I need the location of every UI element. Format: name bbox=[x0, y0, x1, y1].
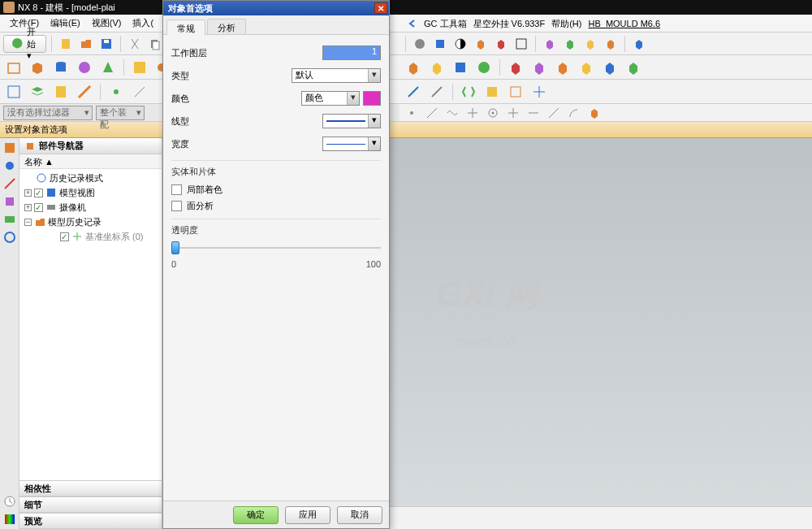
tree-history-mode[interactable]: 历史记录模式 bbox=[21, 171, 160, 185]
close-icon[interactable]: ✕ bbox=[374, 2, 387, 14]
strip-roles-icon[interactable] bbox=[2, 511, 18, 527]
nav-details[interactable]: 细节 bbox=[19, 496, 162, 513]
start-button[interactable]: 开始 ▾ bbox=[3, 35, 46, 53]
sphere-icon[interactable] bbox=[74, 57, 95, 78]
dialog-titlebar[interactable]: 对象首选项 ✕ bbox=[163, 1, 389, 15]
menu-plugin[interactable]: 星空外挂 V6.933F bbox=[473, 18, 546, 30]
r1-i9[interactable] bbox=[581, 35, 599, 53]
tree-cameras[interactable]: +摄像机 bbox=[21, 200, 160, 215]
ok-button[interactable]: 确定 bbox=[233, 506, 279, 524]
menu-help[interactable]: 帮助(H) bbox=[551, 18, 581, 30]
r4-i7[interactable] bbox=[525, 104, 542, 122]
r3-i3[interactable] bbox=[458, 81, 479, 102]
r4-i1[interactable] bbox=[403, 104, 421, 122]
strip-history-icon[interactable] bbox=[2, 493, 18, 509]
menu-edit[interactable]: 编辑(E) bbox=[45, 15, 85, 31]
r2-i5[interactable] bbox=[505, 57, 526, 78]
strip-cnstr-icon[interactable] bbox=[2, 176, 18, 192]
type-select[interactable]: 默认 bbox=[292, 68, 381, 83]
r4-i9[interactable] bbox=[565, 104, 583, 122]
trim-icon[interactable] bbox=[129, 57, 150, 78]
r2-i6[interactable] bbox=[529, 57, 550, 78]
r4-i2[interactable] bbox=[423, 104, 441, 122]
r1-i2[interactable] bbox=[431, 35, 449, 53]
r3-i4[interactable] bbox=[482, 81, 503, 102]
r1-i8[interactable] bbox=[561, 35, 579, 53]
r4-i3[interactable] bbox=[443, 104, 461, 122]
copy-icon[interactable] bbox=[146, 35, 164, 53]
r2-i1[interactable] bbox=[403, 57, 424, 78]
strip-hd3d-icon[interactable] bbox=[2, 211, 18, 228]
cube-icon[interactable] bbox=[27, 57, 48, 78]
r2-i3[interactable] bbox=[450, 57, 471, 78]
r2-i9[interactable] bbox=[599, 57, 620, 78]
r4-i4[interactable] bbox=[464, 104, 482, 122]
svg-rect-27 bbox=[47, 205, 55, 210]
menu-gc[interactable]: GC 工具箱 bbox=[424, 18, 467, 30]
navigator-column[interactable]: 名称 ▲ bbox=[19, 154, 162, 169]
r1-i6[interactable] bbox=[512, 35, 530, 53]
r4-i10[interactable] bbox=[585, 104, 603, 122]
linetype-select[interactable] bbox=[322, 114, 381, 128]
cylinder-icon[interactable] bbox=[50, 57, 71, 78]
r1-i11[interactable] bbox=[630, 35, 648, 53]
layer-icon[interactable] bbox=[27, 81, 48, 102]
tree-model-views[interactable]: +模型视图 bbox=[21, 185, 160, 200]
r2-i7[interactable] bbox=[552, 57, 573, 78]
color-swatch[interactable] bbox=[363, 91, 381, 106]
face-analysis-checkbox[interactable] bbox=[171, 201, 182, 211]
r2-i2[interactable] bbox=[426, 57, 447, 78]
r3-i2[interactable] bbox=[426, 81, 447, 102]
dialog-body: 工作图层 1 类型 默认 颜色 颜色 线型 宽度 实体和片体 局部着色 面分析 bbox=[163, 35, 389, 501]
layer-input[interactable]: 1 bbox=[322, 46, 381, 60]
cancel-button[interactable]: 取消 bbox=[337, 506, 382, 524]
nav-dependencies[interactable]: 相依性 bbox=[19, 480, 162, 496]
transparency-slider[interactable] bbox=[171, 240, 381, 256]
filter-dropdown[interactable]: 没有选择过滤器 bbox=[3, 106, 93, 120]
snap2-icon[interactable] bbox=[129, 81, 150, 102]
scope-dropdown[interactable]: 整个装配 bbox=[96, 106, 145, 120]
snap-icon[interactable] bbox=[106, 81, 127, 102]
r2-i10[interactable] bbox=[623, 57, 644, 78]
tab-analysis[interactable]: 分析 bbox=[207, 19, 246, 34]
measure-icon[interactable] bbox=[74, 81, 95, 102]
nav-preview[interactable]: 预览 bbox=[19, 513, 162, 529]
width-select[interactable] bbox=[322, 137, 381, 151]
tree-datum-csys[interactable]: 基准坐标系 (0) bbox=[21, 229, 160, 244]
r4-i5[interactable] bbox=[484, 104, 502, 122]
back-icon[interactable] bbox=[406, 18, 417, 29]
sheet-icon[interactable] bbox=[50, 81, 71, 102]
select-icon[interactable] bbox=[3, 81, 24, 102]
strip-asm-icon[interactable] bbox=[2, 158, 18, 174]
apply-button[interactable]: 应用 bbox=[285, 506, 330, 524]
strip-reuse-icon[interactable] bbox=[2, 193, 18, 210]
r2-i4[interactable] bbox=[473, 57, 495, 78]
open-icon[interactable] bbox=[77, 35, 95, 53]
color-select[interactable]: 颜色 bbox=[301, 91, 360, 106]
r1-i5[interactable] bbox=[492, 35, 510, 53]
save-icon[interactable] bbox=[97, 35, 115, 53]
partial-shading-checkbox[interactable] bbox=[171, 184, 182, 195]
strip-web-icon[interactable] bbox=[2, 229, 18, 245]
r4-i8[interactable] bbox=[545, 104, 563, 122]
cone-icon[interactable] bbox=[97, 57, 119, 78]
strip-nav-icon[interactable] bbox=[2, 140, 18, 156]
r3-i6[interactable] bbox=[529, 81, 550, 102]
r3-i5[interactable] bbox=[505, 81, 526, 102]
r4-i6[interactable] bbox=[504, 104, 522, 122]
tab-general[interactable]: 常规 bbox=[166, 20, 205, 35]
menu-insert[interactable]: 插入( bbox=[127, 15, 158, 31]
menu-mould[interactable]: HB_MOULD M6.6 bbox=[588, 19, 660, 28]
tree-model-history[interactable]: −模型历史记录 bbox=[21, 215, 160, 229]
menu-view[interactable]: 视图(V) bbox=[87, 15, 127, 31]
r2-i8[interactable] bbox=[576, 57, 597, 78]
r1-i4[interactable] bbox=[472, 35, 490, 53]
new-icon[interactable] bbox=[57, 35, 75, 53]
r1-i10[interactable] bbox=[602, 35, 620, 53]
box-icon[interactable] bbox=[3, 57, 24, 78]
r1-i7[interactable] bbox=[541, 35, 559, 53]
cut-icon[interactable] bbox=[126, 35, 144, 53]
r1-i1[interactable] bbox=[411, 35, 429, 53]
r1-i3[interactable] bbox=[451, 35, 469, 53]
r3-i1[interactable] bbox=[403, 81, 424, 102]
